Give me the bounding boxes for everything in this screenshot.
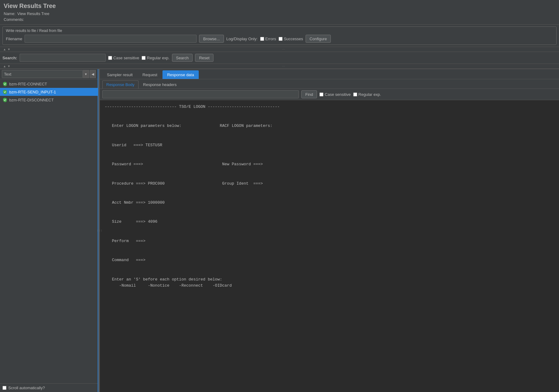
write-results-title: Write results to file / Read from file: [6, 29, 553, 33]
regex-checkbox[interactable]: [142, 56, 146, 60]
filename-input[interactable]: [25, 35, 197, 43]
find-regex-label[interactable]: Regular exp.: [358, 92, 381, 97]
response-content: ------------------------------ TSO/E LOG…: [100, 100, 559, 392]
search-label: Search:: [2, 56, 17, 60]
sub-tabs: Response Body Response headers: [100, 79, 559, 89]
sub-tab-response-headers[interactable]: Response headers: [139, 80, 181, 88]
name-row: Name: View Results Tree: [4, 11, 555, 16]
divider-arrows-top: ▲ ▼ ⋯: [0, 47, 559, 52]
find-case-sensitive-group: Case sensitive: [319, 92, 351, 97]
dropdown-arrow-icon[interactable]: ▼: [83, 70, 89, 78]
find-bar: Find Case sensitive Regular exp.: [100, 89, 559, 100]
find-regex-group: Regular exp.: [353, 92, 381, 97]
case-sensitive-checkbox[interactable]: [108, 56, 112, 60]
find-case-sensitive-label[interactable]: Case sensitive: [325, 92, 351, 97]
errors-checkbox[interactable]: [260, 37, 264, 41]
format-dropdown[interactable]: Text HTML JSON XML: [2, 70, 83, 78]
regex-group: Regular exp.: [142, 56, 170, 60]
write-results-row: Filename Browse... Log/Display Only: Err…: [6, 35, 553, 43]
scroll-auto-label[interactable]: Scroll automatically?: [8, 386, 45, 390]
left-panel-footer: Scroll automatically?: [0, 383, 98, 392]
regex-label[interactable]: Regular exp.: [147, 56, 170, 60]
tab-request[interactable]: Request: [138, 70, 162, 79]
search-input[interactable]: [20, 54, 106, 62]
collapse-tree-btn[interactable]: ◀: [90, 70, 96, 78]
content-area: Text HTML JSON XML ▼ ◀ bzm-RTE-CONNECT: [0, 69, 559, 392]
name-value: View Results Tree: [17, 11, 49, 16]
shield-icon: [2, 81, 7, 86]
case-sensitive-group: Case sensitive: [108, 56, 139, 60]
divider-dots-top: ⋯: [11, 48, 557, 51]
scroll-auto-checkbox[interactable]: [2, 386, 6, 390]
splitter-vertical[interactable]: [98, 69, 100, 392]
tab-sampler-result[interactable]: Sampler result: [102, 70, 137, 79]
log-display-label: Log/Display Only:: [226, 37, 258, 41]
configure-button[interactable]: Configure: [306, 35, 331, 43]
shield-icon: [2, 89, 7, 94]
successes-label[interactable]: Successes: [284, 37, 303, 41]
write-results-section: Write results to file / Read from file F…: [2, 26, 557, 45]
tree-item-label: bzm-RTE-DISCONNECT: [9, 98, 54, 102]
tree-list: bzm-RTE-CONNECT bzm-RTE-SEND_INPUT-1: [0, 79, 98, 383]
tree-item-label: bzm-RTE-CONNECT: [9, 82, 47, 86]
comments-row: Comments:: [4, 17, 555, 22]
header: View Results Tree Name: View Results Tre…: [0, 0, 559, 25]
divider-arrows-bottom: ▲ ▼ ⋯: [0, 64, 559, 69]
find-regex-checkbox[interactable]: [353, 92, 357, 96]
tree-item[interactable]: bzm-RTE-SEND_INPUT-1: [0, 88, 98, 96]
log-display-section: Log/Display Only: Errors Successes Confi…: [226, 35, 331, 43]
tree-item[interactable]: bzm-RTE-CONNECT: [0, 80, 98, 88]
main-tabs: Sampler result Request Response data: [100, 69, 559, 79]
successes-checkbox[interactable]: [279, 37, 283, 41]
collapse-up-btn[interactable]: ▲: [2, 48, 7, 51]
find-case-sensitive-checkbox[interactable]: [319, 92, 323, 96]
collapse-up-btn2[interactable]: ▲: [2, 65, 7, 68]
find-button[interactable]: Find: [301, 90, 317, 98]
tree-item-label: bzm-RTE-SEND_INPUT-1: [9, 90, 56, 94]
find-input[interactable]: [102, 90, 299, 98]
shield-icon: [2, 97, 7, 102]
left-panel-toolbar: Text HTML JSON XML ▼ ◀: [0, 69, 98, 79]
right-panel: Sampler result Request Response data Res…: [100, 69, 559, 392]
comments-label: Comments:: [4, 17, 24, 22]
filename-label: Filename: [6, 37, 22, 41]
tree-item[interactable]: bzm-RTE-DISCONNECT: [0, 96, 98, 104]
errors-checkbox-group: Errors: [260, 37, 276, 41]
main-container: View Results Tree Name: View Results Tre…: [0, 0, 559, 392]
case-sensitive-label[interactable]: Case sensitive: [113, 56, 139, 60]
left-panel: Text HTML JSON XML ▼ ◀ bzm-RTE-CONNECT: [0, 69, 98, 392]
window-title: View Results Tree: [4, 2, 555, 10]
sub-tab-response-body[interactable]: Response Body: [102, 80, 139, 88]
errors-label[interactable]: Errors: [265, 37, 276, 41]
search-bar: Search: Case sensitive Regular exp. Sear…: [0, 52, 559, 64]
successes-checkbox-group: Successes: [279, 37, 303, 41]
search-button[interactable]: Search: [172, 54, 193, 62]
reset-button[interactable]: Reset: [195, 54, 213, 62]
browse-button[interactable]: Browse...: [199, 35, 224, 43]
tab-response-data[interactable]: Response data: [162, 70, 198, 79]
collapse-down-btn[interactable]: ▼: [7, 48, 11, 51]
collapse-down-btn2[interactable]: ▼: [7, 65, 11, 68]
name-label: Name:: [4, 11, 15, 16]
divider-dots-bottom: ⋯: [11, 65, 557, 68]
